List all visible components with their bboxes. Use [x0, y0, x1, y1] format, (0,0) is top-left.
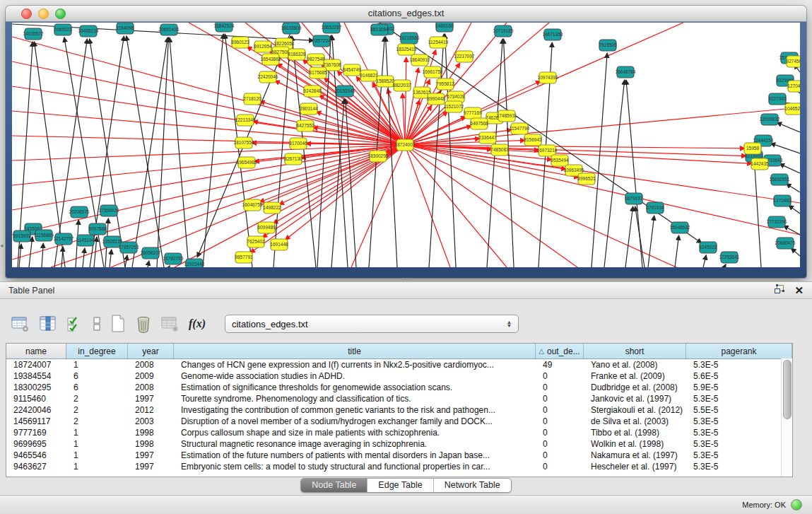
graph-node[interactable]: 19218586	[399, 33, 420, 44]
graph-node[interactable]: 8170046	[289, 138, 307, 149]
table-cell[interactable]: 0	[536, 450, 584, 460]
table-cell[interactable]: Yano et al. (2008)	[584, 360, 686, 370]
table-cell[interactable]: 0	[536, 428, 584, 438]
graph-edge[interactable]	[755, 164, 761, 267]
column-header-pagerank[interactable]: pagerank	[686, 344, 792, 358]
graph-edge[interactable]	[170, 37, 189, 267]
table-cell[interactable]: Changes of HCN gene expression and I(f) …	[174, 360, 536, 370]
table-cell[interactable]: 1997	[128, 394, 174, 404]
graph-node[interactable]: 9242848	[303, 86, 322, 97]
table-cell[interactable]: 19384554	[6, 371, 66, 381]
table-cell[interactable]: 2008	[128, 360, 174, 370]
graph-node[interactable]: 6099489	[257, 222, 276, 233]
table-cell[interactable]: 5.3E-5	[686, 394, 792, 404]
table-cell[interactable]: 1998	[128, 428, 174, 438]
graph-node[interactable]: 16046755	[242, 199, 263, 211]
delete-table-icon[interactable]	[161, 315, 180, 332]
collapse-panel-arrow[interactable]: ◂	[0, 241, 6, 250]
graph-node[interactable]: 1270456	[787, 81, 800, 92]
table-cell[interactable]: 5.9E-5	[686, 382, 792, 392]
graph-node[interactable]: 2718120	[243, 93, 261, 105]
graph-node[interactable]: 1184098	[117, 23, 134, 34]
graph-node[interactable]: 1145194	[77, 235, 95, 246]
graph-node[interactable]: 9274561	[786, 56, 800, 67]
graph-edge[interactable]	[703, 255, 706, 267]
graph-node[interactable]: 17485931	[497, 110, 517, 122]
graph-node[interactable]: 14035572	[23, 28, 44, 40]
table-cell[interactable]: Embryonic stem cells: a model to study s…	[174, 462, 536, 472]
graph-node[interactable]: 20691406	[159, 24, 180, 35]
graph-node[interactable]: 20660475	[775, 238, 796, 249]
graph-node[interactable]: 15958	[744, 143, 761, 154]
table-cell[interactable]: 0	[536, 416, 584, 426]
column-header-name[interactable]: name	[6, 344, 66, 358]
table-cell[interactable]: Tibbo et al. (1998)	[584, 428, 686, 438]
graph-node[interactable]: 12217097	[454, 51, 475, 62]
table-cell[interactable]: 2012	[128, 405, 174, 415]
graph-node[interactable]: 8996521	[577, 173, 596, 185]
table-cell[interactable]: 2	[66, 416, 128, 426]
column-header-short[interactable]: short	[584, 344, 686, 358]
rows-icon[interactable]	[93, 315, 101, 332]
table-cell[interactable]: 22420046	[6, 405, 66, 415]
graph-edge[interactable]	[42, 243, 43, 267]
graph-node[interactable]: 16842524	[214, 23, 235, 32]
graph-node[interactable]: 11547794	[510, 123, 530, 134]
graph-node[interactable]: 2803144	[300, 103, 318, 115]
graph-node[interactable]: 9227343	[768, 93, 787, 105]
graph-node[interactable]: 7625402	[247, 236, 265, 247]
graph-edge[interactable]	[273, 36, 290, 267]
table-cell[interactable]: 0	[536, 462, 584, 472]
table-cell[interactable]: Franke et al. (2009)	[584, 371, 686, 381]
table-cell[interactable]: 9463627	[6, 462, 66, 472]
close-panel-icon[interactable]: ✕	[794, 286, 804, 296]
graph-node[interactable]: 2065023	[54, 24, 72, 35]
graph-node[interactable]: 10653287	[322, 23, 342, 33]
graph-node[interactable]: 16958107	[141, 247, 161, 259]
graph-node[interactable]: 9535494	[551, 155, 569, 166]
graph-node[interactable]: 15048632	[670, 222, 690, 233]
table-cell[interactable]: 0	[536, 405, 584, 415]
graph-node[interactable]: 6497568	[470, 118, 488, 129]
graph-node[interactable]: 10465234	[78, 25, 99, 37]
graph-node[interactable]: 16033809	[281, 23, 302, 34]
graph-node[interactable]: 12093832	[760, 114, 780, 125]
scrollbar-thumb[interactable]	[783, 360, 792, 419]
graph-edge[interactable]	[225, 34, 252, 267]
table-cell[interactable]: 0	[536, 394, 584, 404]
table-cell[interactable]: 1	[66, 439, 128, 449]
table-cell[interactable]: 49	[536, 360, 584, 370]
graph-node[interactable]: 8960123	[231, 37, 249, 48]
column-header-out-de[interactable]: △out_de...	[536, 344, 584, 358]
graph-node[interactable]: 7955812	[436, 78, 454, 90]
graph-node[interactable]: 22420046	[258, 71, 278, 83]
panel-splitter-handle[interactable]	[400, 278, 413, 281]
table-row[interactable]: 1456911722003Disruption of a novel membe…	[6, 416, 792, 427]
table-row[interactable]: 977716911998Corpus callosum shape and si…	[6, 427, 792, 438]
graph-edge[interactable]	[169, 266, 170, 267]
table-cell[interactable]: 2	[66, 405, 128, 415]
graph-edge[interactable]	[625, 206, 633, 267]
table-cell[interactable]: Structural magnetic resonance image aver…	[174, 439, 536, 449]
graph-node[interactable]: 9777169	[464, 107, 482, 119]
graph-edge[interactable]	[791, 248, 800, 256]
graph-node[interactable]: 18640910	[410, 54, 430, 66]
network-canvas[interactable]: 1403557220650231046523411840982069140616…	[12, 23, 800, 267]
table-cell[interactable]: Estimation of the future numbers of pati…	[174, 450, 536, 460]
table-cell[interactable]: 5.6E-5	[686, 371, 792, 381]
table-cell[interactable]: 1	[66, 450, 128, 460]
column-header-title[interactable]: title	[174, 344, 536, 358]
table-cell[interactable]: 0	[536, 439, 584, 449]
create-column-icon[interactable]	[110, 315, 126, 333]
graph-node[interactable]: 17710396	[767, 216, 787, 228]
graph-node[interactable]: 9097588	[88, 223, 107, 235]
graph-node[interactable]: 10719185	[493, 25, 514, 37]
graph-edge[interactable]	[203, 34, 223, 267]
table-cell[interactable]: 1	[66, 428, 128, 438]
graph-node[interactable]: 9827548	[307, 54, 325, 65]
graph-edge[interactable]	[405, 145, 800, 203]
table-row[interactable]: 946362711997Embryonic stem cells: a mode…	[6, 461, 792, 472]
table-cell[interactable]: 18724007	[6, 360, 66, 370]
graph-edge[interactable]	[405, 145, 800, 235]
table-cell[interactable]: Hescheler et al. (1997)	[584, 462, 686, 472]
